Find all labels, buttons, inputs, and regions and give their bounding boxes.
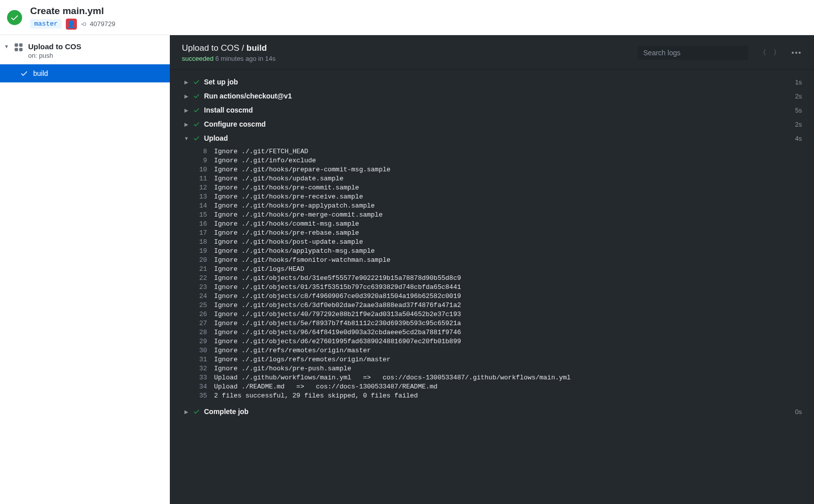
step-row[interactable]: ▶Complete job0s — [170, 405, 814, 419]
log-line[interactable]: 14Ignore ./.git/hooks/pre-applypatch.sam… — [170, 201, 814, 211]
log-line[interactable]: 27Ignore ./.git/objects/5e/f8937b7f4b811… — [170, 319, 814, 328]
line-number: 25 — [192, 301, 214, 310]
line-number: 11 — [192, 174, 214, 183]
branch-badge[interactable]: master — [30, 19, 62, 29]
log-line[interactable]: 352 files successful, 29 files skipped, … — [170, 391, 814, 400]
step-name: Upload — [204, 134, 795, 142]
step-duration: 4s — [795, 135, 802, 142]
step-row[interactable]: ▶Set up job1s — [170, 75, 814, 89]
line-number: 8 — [192, 147, 214, 156]
log-line[interactable]: 18Ignore ./.git/hooks/post-update.sample — [170, 238, 814, 247]
chevron-right-icon: ▶ — [182, 409, 191, 415]
step-row[interactable]: ▼Upload4s — [170, 131, 814, 145]
line-number: 24 — [192, 292, 214, 301]
line-number: 30 — [192, 346, 214, 355]
log-line[interactable]: 17Ignore ./.git/hooks/pre-rebase.sample — [170, 229, 814, 238]
line-text: Ignore ./.git/refs/remotes/origin/master — [214, 346, 371, 355]
line-number: 10 — [192, 165, 214, 174]
workflow-icon — [14, 43, 23, 53]
line-text: Ignore ./.git/hooks/prepare-commit-msg.s… — [214, 165, 390, 174]
log-line[interactable]: 15Ignore ./.git/hooks/pre-merge-commit.s… — [170, 211, 814, 220]
step-duration: 1s — [795, 78, 802, 86]
log-line[interactable]: 31Ignore ./.git/logs/refs/remotes/origin… — [170, 355, 814, 364]
line-number: 27 — [192, 319, 214, 328]
job-log-panel: Upload to COS / build succeeded 6 minute… — [170, 35, 814, 504]
log-output: 8Ignore ./.git/FETCH_HEAD9Ignore ./.git/… — [170, 145, 814, 405]
workflow-collapse-toggle[interactable]: ▼ — [4, 44, 9, 49]
step-row[interactable]: ▶Configure coscmd2s — [170, 117, 814, 131]
search-logs-input[interactable] — [638, 46, 748, 60]
log-line[interactable]: 23Ignore ./.git/objects/01/351f53515b797… — [170, 283, 814, 292]
log-line[interactable]: 20Ignore ./.git/hooks/fsmonitor-watchman… — [170, 256, 814, 265]
step-name: Install coscmd — [204, 106, 795, 114]
chevron-right-icon: ▶ — [182, 122, 191, 127]
line-number: 20 — [192, 256, 214, 265]
log-line[interactable]: 24Ignore ./.git/objects/c8/f49609067ce0d… — [170, 292, 814, 301]
log-line[interactable]: 19Ignore ./.git/hooks/applypatch-msg.sam… — [170, 247, 814, 256]
log-line[interactable]: 8Ignore ./.git/FETCH_HEAD — [170, 147, 814, 156]
step-duration: 0s — [795, 408, 802, 416]
log-line[interactable]: 33Upload ./.github/workflows/main.yml =>… — [170, 373, 814, 382]
next-match-button[interactable]: 〉 — [773, 48, 780, 57]
line-text: Ignore ./.git/hooks/pre-push.sample — [214, 364, 351, 373]
log-line[interactable]: 10Ignore ./.git/hooks/prepare-commit-msg… — [170, 165, 814, 174]
chevron-right-icon: ▶ — [182, 79, 191, 85]
step-name: Complete job — [204, 408, 795, 416]
line-text: Ignore ./.git/logs/HEAD — [214, 265, 304, 274]
line-text: Ignore ./.git/objects/96/64f8419e0d903a3… — [214, 328, 461, 337]
step-name: Run actions/checkout@v1 — [204, 92, 795, 100]
job-item-build[interactable]: build — [0, 64, 170, 82]
step-duration: 5s — [795, 107, 802, 114]
step-row[interactable]: ▶Run actions/checkout@v12s — [170, 89, 814, 103]
step-success-icon — [193, 78, 200, 85]
step-duration: 2s — [795, 92, 802, 100]
line-text: Upload ./.github/workflows/main.yml => c… — [214, 373, 571, 382]
line-text: Upload ./README.md => cos://docs-1300533… — [214, 382, 438, 391]
line-number: 13 — [192, 192, 214, 201]
log-line[interactable]: 21Ignore ./.git/logs/HEAD — [170, 265, 814, 274]
workflow-trigger: on: push — [28, 52, 81, 59]
line-text: Ignore ./.git/hooks/pre-merge-commit.sam… — [214, 211, 382, 220]
log-line[interactable]: 16Ignore ./.git/hooks/commit-msg.sample — [170, 220, 814, 229]
log-options-menu[interactable]: ••• — [791, 49, 802, 57]
log-line[interactable]: 9Ignore ./.git/info/exclude — [170, 156, 814, 165]
workflow-name: Upload to COS — [28, 42, 81, 51]
line-number: 16 — [192, 220, 214, 229]
log-line[interactable]: 12Ignore ./.git/hooks/pre-commit.sample — [170, 183, 814, 192]
commit-title: Create main.yml — [30, 6, 115, 17]
line-text: Ignore ./.git/objects/d6/e27601995fad638… — [214, 337, 461, 346]
log-line[interactable]: 32Ignore ./.git/hooks/pre-push.sample — [170, 364, 814, 373]
step-row[interactable]: ▶Install coscmd5s — [170, 103, 814, 117]
line-number: 29 — [192, 337, 214, 346]
line-text: Ignore ./.git/hooks/post-update.sample — [214, 238, 363, 247]
log-line[interactable]: 28Ignore ./.git/objects/96/64f8419e0d903… — [170, 328, 814, 337]
line-text: Ignore ./.git/hooks/fsmonitor-watchman.s… — [214, 256, 390, 265]
step-success-icon — [193, 408, 200, 415]
line-text: Ignore ./.git/objects/5e/f8937b7f4b81112… — [214, 319, 461, 328]
line-number: 35 — [192, 391, 214, 400]
step-name: Set up job — [204, 78, 795, 86]
step-success-icon — [193, 121, 200, 128]
author-avatar[interactable]: 👤 — [66, 19, 77, 30]
line-number: 31 — [192, 355, 214, 364]
run-header: Create main.yml master 👤 4079729 — [0, 0, 814, 35]
log-line[interactable]: 22Ignore ./.git/objects/bd/31ee5f55577e9… — [170, 274, 814, 283]
log-line[interactable]: 34Upload ./README.md => cos://docs-13005… — [170, 382, 814, 391]
step-success-icon — [193, 135, 200, 142]
log-line[interactable]: 13Ignore ./.git/hooks/pre-receive.sample — [170, 192, 814, 201]
log-line[interactable]: 26Ignore ./.git/objects/40/797292e88b21f… — [170, 310, 814, 319]
line-text: Ignore ./.git/objects/01/351f53515b797cc… — [214, 283, 461, 292]
commit-meta: 4079729 — [81, 20, 116, 28]
step-success-icon — [193, 92, 200, 99]
log-line[interactable]: 11Ignore ./.git/hooks/update.sample — [170, 174, 814, 183]
line-text: 2 files successful, 29 files skipped, 0 … — [214, 391, 418, 400]
log-line[interactable]: 30Ignore ./.git/refs/remotes/origin/mast… — [170, 346, 814, 355]
log-line[interactable]: 25Ignore ./.git/objects/c6/3df0eb02dae72… — [170, 301, 814, 310]
breadcrumb: Upload to COS / build — [182, 43, 632, 53]
step-success-icon — [193, 107, 200, 114]
prev-match-button[interactable]: 〈 — [759, 48, 766, 57]
step-name: Configure coscmd — [204, 120, 795, 128]
step-duration: 2s — [795, 121, 802, 128]
line-text: Ignore ./.git/hooks/pre-applypatch.sampl… — [214, 201, 375, 211]
log-line[interactable]: 29Ignore ./.git/objects/d6/e27601995fad6… — [170, 337, 814, 346]
